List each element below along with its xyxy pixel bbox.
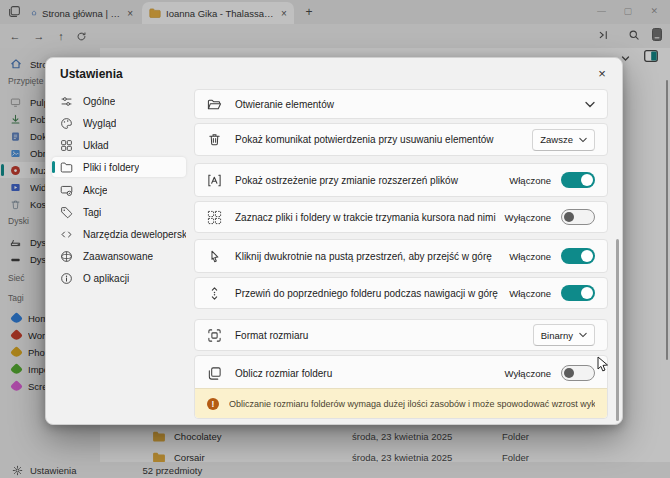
dev-tools-icon	[60, 228, 74, 241]
layout-grid-icon	[60, 139, 74, 152]
settings-nav-zaawansowane[interactable]: Zaawansowane	[52, 246, 186, 266]
setting-label: Oblicz rozmiar folderu	[235, 368, 505, 379]
setting-label: Zaznacz pliki i foldery w trakcie trzyma…	[235, 212, 505, 223]
toggle-state-label: Włączone	[509, 251, 551, 262]
toggle-knob	[564, 212, 574, 222]
tag-icon	[60, 206, 74, 219]
setting-label: Pokaż komunikat potwierdzenia przy usuwa…	[235, 134, 532, 145]
paintbrush-icon	[60, 117, 74, 130]
settings-nav-tagi[interactable]: Tagi	[52, 202, 186, 222]
setting-row-delete-confirmation: Pokaż komunikat potwierdzenia przy usuwa…	[194, 123, 608, 156]
dialog-scrollbar[interactable]	[616, 239, 619, 421]
chevron-down-icon[interactable]	[585, 101, 595, 108]
warning-icon: !	[207, 398, 219, 410]
settings-nav-ogolne[interactable]: Ogólne	[52, 91, 186, 111]
toggle-state-label: Wyłączone	[505, 368, 551, 379]
toggle-knob	[581, 250, 593, 262]
toggle-state-label: Wyłączone	[505, 212, 551, 223]
toggle-knob	[581, 287, 593, 299]
delete-confirmation-dropdown[interactable]: Zawsze	[532, 129, 595, 151]
nav-label: Narzędzia deweloperskie	[83, 229, 186, 240]
warning-text: Obliczanie rozmiaru folderów wymaga duże…	[229, 399, 595, 409]
sliders-icon	[60, 95, 74, 108]
scroll-to-parent-toggle[interactable]	[561, 285, 595, 301]
advanced-icon	[60, 250, 74, 263]
size-format-dropdown[interactable]: Binarny	[533, 324, 595, 346]
settings-nav-narzedzia-deweloperskie[interactable]: Narzędzia deweloperskie	[52, 224, 186, 244]
nav-label: Zaawansowane	[83, 251, 153, 262]
folder-icon	[60, 161, 74, 174]
trash-icon	[207, 132, 223, 147]
setting-row-open-items[interactable]: Otwieranie elementów	[194, 89, 608, 119]
cursor-icon	[207, 249, 223, 264]
doubleclick-up-toggle[interactable]	[561, 248, 595, 264]
chevron-down-icon	[579, 332, 587, 338]
toggle-knob	[581, 174, 593, 186]
nav-label: O aplikacji	[83, 273, 129, 284]
hover-select-toggle[interactable]	[561, 209, 595, 225]
setting-label: Format rozmiaru	[235, 330, 533, 341]
setting-row-size-format: Format rozmiaru Binarny	[194, 319, 608, 351]
nav-label: Pliki i foldery	[83, 162, 139, 173]
nav-label: Tagi	[83, 207, 101, 218]
dropdown-value: Zawsze	[540, 134, 573, 145]
size-format-icon	[207, 328, 223, 343]
rename-icon	[207, 173, 223, 188]
dropdown-value: Binarny	[541, 330, 573, 341]
setting-row-folder-size: Oblicz rozmiar folderu Wyłączone ! Oblic…	[194, 355, 608, 419]
folder-open-icon	[207, 97, 223, 112]
nav-label: Układ	[83, 140, 109, 151]
toggle-knob	[564, 368, 574, 378]
actions-icon	[60, 184, 74, 197]
setting-row-hover-select: Zaznacz pliki i foldery w trakcie trzyma…	[194, 201, 608, 233]
settings-nav-wyglad[interactable]: Wygląd	[52, 113, 186, 133]
setting-label: Pokaż ostrzeżenie przy zmianie rozszerze…	[235, 175, 509, 186]
toggle-state-label: Włączone	[509, 288, 551, 299]
mouse-cursor	[596, 356, 610, 372]
hover-select-icon	[207, 210, 223, 225]
settings-dialog: Ustawienia × Ogólne Wygląd Układ Pliki i…	[45, 57, 623, 425]
nav-label: Ogólne	[83, 96, 115, 107]
dialog-close-button[interactable]: ×	[592, 65, 612, 83]
calculate-size-icon	[207, 366, 223, 381]
files-app-window: Strona główna | Strona główna × Ioanna G…	[0, 0, 670, 478]
settings-nav-o-aplikacji[interactable]: O aplikacji	[52, 268, 186, 288]
settings-nav-akcje[interactable]: Akcje	[52, 180, 186, 200]
setting-label: Otwieranie elementów	[235, 99, 585, 110]
nav-label: Akcje	[83, 185, 107, 196]
setting-label: Przewiń do poprzedniego folderu podczas …	[235, 288, 509, 299]
nav-label: Wygląd	[83, 118, 116, 129]
folder-size-warning: ! Obliczanie rozmiaru folderów wymaga du…	[195, 388, 607, 418]
toggle-state-label: Włączone	[509, 175, 551, 186]
chevron-down-icon	[579, 137, 587, 143]
settings-nav-pliki-i-foldery[interactable]: Pliki i foldery	[52, 157, 186, 177]
setting-label: Kliknij dwukrotnie na pustą przestrzeń, …	[235, 251, 509, 262]
extension-warning-toggle[interactable]	[561, 172, 595, 188]
info-icon	[60, 272, 74, 285]
settings-nav-uklad[interactable]: Układ	[52, 135, 186, 155]
scroll-icon	[207, 286, 223, 301]
folder-size-toggle[interactable]	[561, 365, 595, 381]
setting-row-extension-warning: Pokaż ostrzeżenie przy zmianie rozszerze…	[194, 163, 608, 197]
setting-row-doubleclick-up: Kliknij dwukrotnie na pustą przestrzeń, …	[194, 239, 608, 273]
setting-row-scroll-to-parent: Przewiń do poprzedniego folderu podczas …	[194, 277, 608, 309]
dialog-title: Ustawienia	[60, 67, 123, 81]
